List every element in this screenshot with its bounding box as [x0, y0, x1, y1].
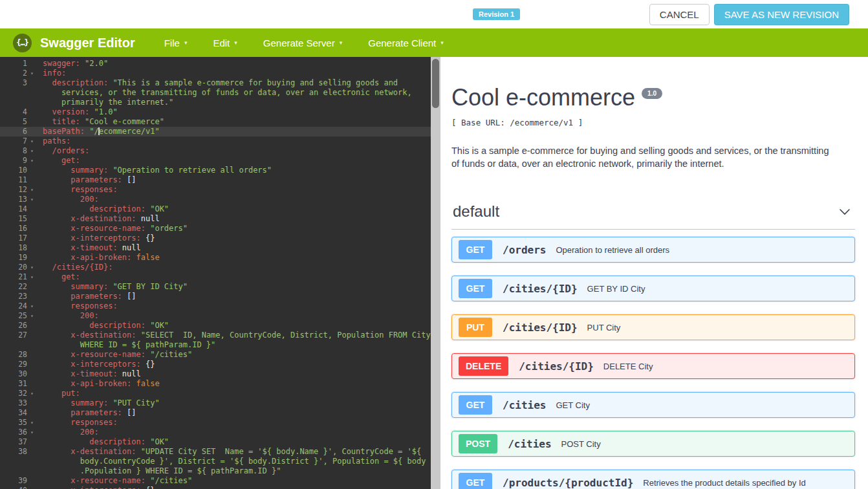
editor-line-wrap[interactable]: WHERE ID = ${ pathParam.ID }" [0, 340, 431, 350]
fold-toggle-icon[interactable]: ▾ [27, 311, 37, 321]
editor-line-wrap[interactable]: .Population } WHERE ID = ${ pathParam.ID… [0, 466, 431, 476]
editor-line-32[interactable]: 32▾ put: [0, 389, 431, 398]
code-text: x-resource-name: "orders" [37, 224, 431, 234]
editor-line-28[interactable]: 28 x-resource-name: "/cities" [0, 350, 431, 360]
editor-line-1[interactable]: 1swagger: "2.0" [0, 59, 431, 69]
editor-line-21[interactable]: 21▾ get: [0, 272, 431, 282]
editor-line-19[interactable]: 19 x-api-broken: false [0, 253, 431, 263]
save-as-new-revision-button[interactable]: SAVE AS NEW REVISION [714, 4, 849, 25]
editor-line-wrap[interactable]: primarily the internet." [0, 98, 431, 107]
operation-delete-row[interactable]: DELETE/cities/{ID}DELETE City [451, 353, 855, 379]
fold-toggle-icon[interactable]: ▾ [27, 428, 37, 437]
editor-line-5[interactable]: 5 title: "Cool e-commerce" [0, 117, 431, 127]
line-number: 5 [0, 117, 27, 127]
chevron-down-icon[interactable] [838, 205, 851, 218]
fold-spacer [27, 466, 37, 476]
fold-toggle-icon[interactable]: ▾ [27, 195, 37, 204]
operation-get-row[interactable]: GET/cities/{ID}GET BY ID City [451, 276, 855, 301]
editor-line-24[interactable]: 24▾ responses: [0, 301, 431, 311]
line-number: 17 [0, 234, 27, 243]
menu-generate-server[interactable]: Generate Server▾ [263, 38, 342, 49]
operation-path: /cities/{ID} [519, 360, 594, 373]
editor-line-14[interactable]: 14 description: "OK" [0, 204, 431, 214]
base-url: [ Base URL: /ecommerce/v1 ] [451, 118, 855, 127]
operation-post-row[interactable]: POST/citiesPOST City [451, 431, 855, 457]
line-number: 15 [0, 214, 27, 224]
editor-line-27[interactable]: 27 x-destination: "SELECT ID, Name, Coun… [0, 331, 431, 340]
editor-line-17[interactable]: 17 x-interceptors: {} [0, 234, 431, 243]
editor-line-22[interactable]: 22 summary: "GET BY ID City" [0, 282, 431, 292]
section-default-header[interactable]: default [451, 199, 855, 230]
editor-line-37[interactable]: 37 description: "OK" [0, 437, 431, 447]
fold-toggle-icon[interactable]: ▾ [27, 301, 37, 311]
fold-spacer [27, 486, 37, 489]
fold-toggle-icon[interactable]: ▾ [27, 136, 37, 146]
editor-line-16[interactable]: 16 x-resource-name: "orders" [0, 224, 431, 234]
editor-line-10[interactable]: 10 summary: "Operation to retrieve all o… [0, 166, 431, 175]
editor-line-18[interactable]: 18 x-timeout: null [0, 243, 431, 253]
line-number: 30 [0, 369, 27, 379]
fold-toggle-icon[interactable]: ▾ [27, 389, 37, 398]
editor-line-35[interactable]: 35▾ responses: [0, 418, 431, 428]
fold-spacer [27, 321, 37, 331]
fold-toggle-icon[interactable]: ▾ [27, 156, 37, 166]
editor-line-12[interactable]: 12▾ responses: [0, 185, 431, 195]
editor-line-25[interactable]: 25▾ 200: [0, 311, 431, 321]
editor-line-11[interactable]: 11 parameters: [] [0, 175, 431, 185]
operation-get-row[interactable]: GET/citiesGET City [451, 392, 855, 418]
code-text: /orders: [37, 146, 431, 156]
editor-line-31[interactable]: 31 x-api-broken: false [0, 379, 431, 389]
menu-label: Generate Client [368, 38, 436, 49]
editor-line-29[interactable]: 29 x-interceptors: {} [0, 360, 431, 369]
editor-line-6[interactable]: 6basePath: "/ecommerce/v1" [0, 127, 431, 136]
code-text: x-timeout: null [37, 369, 431, 379]
editor-line-2[interactable]: 2▾info: [0, 69, 431, 78]
editor-line-23[interactable]: 23 parameters: [] [0, 292, 431, 301]
editor-line-7[interactable]: 7▾paths: [0, 136, 431, 146]
operation-put-row[interactable]: PUT/cities/{ID}PUT City [451, 314, 855, 340]
caret-down-icon: ▾ [440, 39, 444, 46]
fold-toggle-icon[interactable]: ▾ [27, 272, 37, 282]
line-number: 9 [0, 156, 27, 166]
editor-line-20[interactable]: 20▾ /cities/{ID}: [0, 263, 431, 272]
operation-get-row[interactable]: GET/ordersOperation to retrieve all orde… [451, 237, 855, 263]
editor-line-15[interactable]: 15 x-destination: null [0, 214, 431, 224]
code-text: parameters: [] [37, 408, 431, 418]
brand-title: Swagger Editor [40, 36, 135, 50]
line-number [0, 457, 27, 466]
fold-toggle-icon[interactable]: ▾ [27, 146, 37, 156]
editor-line-38[interactable]: 38 x-destination: "UPDATE City SET Name … [0, 447, 431, 457]
editor-line-34[interactable]: 34 parameters: [] [0, 408, 431, 418]
fold-toggle-icon[interactable]: ▾ [27, 263, 37, 272]
editor-line-13[interactable]: 13▾ 200: [0, 195, 431, 204]
fold-toggle-icon[interactable]: ▾ [27, 69, 37, 78]
editor-line-4[interactable]: 4 version: "1.0" [0, 107, 431, 117]
cancel-button[interactable]: CANCEL [649, 4, 710, 25]
editor-line-30[interactable]: 30 x-timeout: null [0, 369, 431, 379]
code-editor[interactable]: 1swagger: "2.0"2▾info:3 description: "Th… [0, 57, 431, 489]
fold-toggle-icon[interactable]: ▾ [27, 185, 37, 195]
api-title-text: Cool e-commerce [451, 84, 635, 111]
editor-line-9[interactable]: 9▾ get: [0, 156, 431, 166]
editor-line-36[interactable]: 36▾ 200: [0, 428, 431, 437]
editor-line-wrap[interactable]: services, or the transmitting of funds o… [0, 88, 431, 98]
editor-line-wrap[interactable]: body.CountryCode }', District = '${ body… [0, 457, 431, 466]
api-description: This is a sample e-commerce for buying a… [451, 144, 833, 170]
menu-file[interactable]: File▾ [164, 38, 188, 49]
fold-toggle-icon[interactable]: ▾ [27, 418, 37, 428]
line-number: 25 [0, 311, 27, 321]
editor-line-8[interactable]: 8▾ /orders: [0, 146, 431, 156]
editor-scrollbar[interactable] [431, 57, 440, 489]
editor-line-33[interactable]: 33 summary: "PUT City" [0, 398, 431, 408]
scrollbar-thumb[interactable] [432, 59, 439, 108]
editor-line-26[interactable]: 26 description: "OK" [0, 321, 431, 331]
code-text: body.CountryCode }', District = '${ body… [37, 457, 431, 466]
menu-generate-client[interactable]: Generate Client▾ [368, 38, 444, 49]
editor-line-39[interactable]: 39 x-resource-name: "/cities" [0, 476, 431, 486]
caret-down-icon: ▾ [340, 39, 343, 46]
menu-edit[interactable]: Edit▾ [213, 38, 237, 49]
editor-line-3[interactable]: 3 description: "This is a sample e-comme… [0, 78, 431, 88]
operation-get-row[interactable]: GET/products/{productId}Retrieves the pr… [451, 470, 855, 489]
editor-line-40[interactable]: 40 x-interceptors: {} [0, 486, 431, 489]
fold-spacer [27, 379, 37, 389]
